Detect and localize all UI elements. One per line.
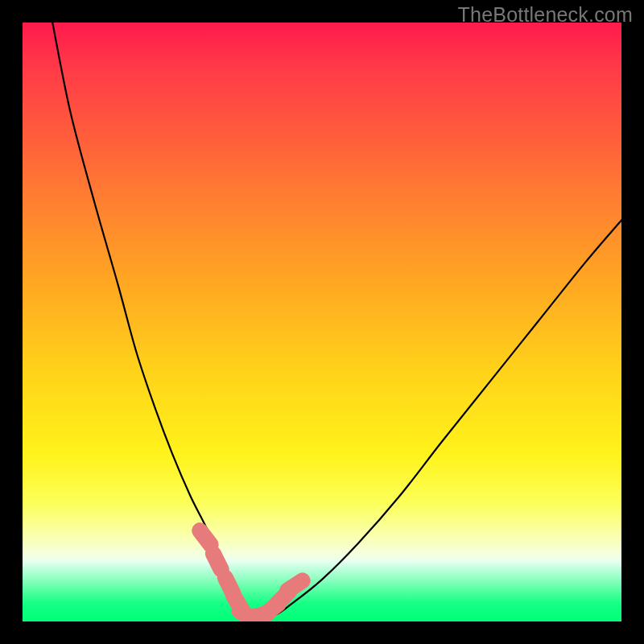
chart-frame: TheBottleneck.com	[0, 0, 644, 644]
bottleneck-curve	[52, 23, 621, 617]
curve-layer	[23, 23, 621, 621]
highlight-marker	[213, 554, 221, 570]
highlight-marker	[287, 580, 302, 590]
highlight-marker	[200, 530, 210, 544]
plot-area	[23, 23, 621, 621]
